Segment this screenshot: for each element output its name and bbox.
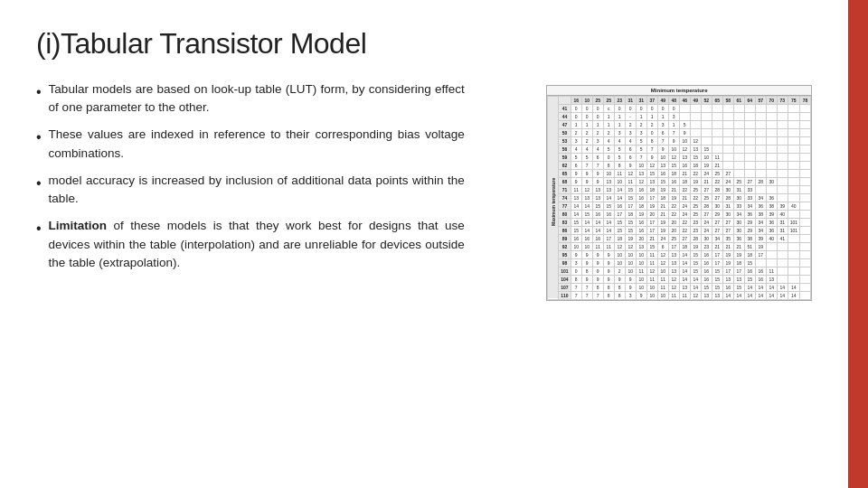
table-cell [679,112,690,120]
table-cell: 10 [625,250,636,258]
table-cell: 15 [733,283,744,291]
table-cell [766,145,777,153]
table-cell [744,120,755,128]
table-cell [800,242,811,250]
table-cell: 3 [625,291,636,299]
table-cell: 18 [733,258,744,267]
table-cell [777,145,788,153]
table-cell: 9 [679,128,690,136]
table-cell: 24 [701,169,712,177]
table-cell: 4 [614,136,625,145]
table-cell: 12 [625,242,636,250]
table-cell: 22 [668,210,679,218]
table-cell: 12 [614,242,625,250]
table-cell [777,250,788,258]
table-cell [800,153,811,161]
table-cell [788,210,799,218]
table-cell: 21 [733,242,744,250]
table-cell: 3 [668,112,679,120]
row-header: 59 [559,153,571,161]
table-cell: 10 [571,242,581,250]
table-cell: 0 [668,104,679,112]
table-cell [800,169,811,177]
table-cell: 29 [744,226,755,234]
table-cell: 5 [614,145,625,153]
table-cell: 2 [581,128,592,136]
col-header: 46 [679,96,690,104]
table-row: 4400011-1113 [548,112,811,120]
table-cell: 5 [603,145,614,153]
col-header: 25 [592,96,603,104]
table-cell: 10 [636,258,646,267]
table-cell: 15 [657,177,668,185]
table-row: Maximum temperature41000c000000 [548,104,811,112]
table-cell: 1 [603,112,614,120]
table-cell: 9 [592,250,603,258]
bullet-dot: • [36,173,42,194]
table-cell [701,120,712,128]
table-cell [788,145,799,153]
table-cell [766,153,777,161]
table-cell: 11 [625,177,636,185]
table-row: 4711111222315 [548,120,811,128]
table-cell: 15 [701,283,712,291]
table-cell: 0 [592,112,603,120]
table-cell: 28 [755,177,766,185]
col-header: 10 [581,96,592,104]
table-cell: 9 [581,169,592,177]
col-header: 65 [712,96,722,104]
table-cell [777,275,788,283]
table-cell: 14 [581,226,592,234]
table-cell: 11 [571,185,581,193]
table-cell: 25 [668,234,679,242]
table-cell: 11 [679,291,690,299]
table-cell: 31 [777,226,788,234]
table-cell: 15 [646,242,657,250]
table-cell: 14 [679,258,690,267]
table-cell: 39 [766,210,777,218]
table-cell [800,275,811,283]
table-cell: 0 [636,104,646,112]
table-cell: 9 [646,153,657,161]
table-cell: 14 [777,291,788,299]
table-cell: 16 [614,202,625,210]
table-cell: 9 [603,267,614,275]
table-cell: 2 [625,120,636,128]
table-cell: 24 [722,177,733,185]
table-cell [800,267,811,275]
table-cell: 19 [636,210,646,218]
row-header: 53 [559,136,571,145]
table-cell: 39 [755,234,766,242]
table-cell: 10 [614,250,625,258]
table-cell: 13 [679,283,690,291]
table-cell: 14 [603,218,614,226]
table-cell: 21 [679,193,690,202]
table-cell: 51 [744,242,755,250]
table-cell: 17 [712,258,722,267]
table-cell: 13 [581,193,592,202]
bullet-text: model accuracy is increased by inclusion… [49,172,465,209]
table-cell [755,104,766,112]
table-cell: 1 [592,120,603,128]
table-cell: 15 [668,161,679,169]
table-cell: 36 [755,202,766,210]
table-cell: 13 [571,193,581,202]
table-cell: 21 [701,177,712,185]
table-row: 107778889101011121314151516151414141414 [548,283,811,291]
table-cell: 14 [603,226,614,234]
table-cell: 30 [733,226,744,234]
bullet-text: These values are indexed in reference to… [49,126,465,163]
table-cell [755,153,766,161]
table-container: Minimum temperature 16 10 25 25 23 31 3 [481,80,812,470]
table-row: 65999101112131516182122242527 [548,169,811,177]
table-cell: 15 [712,275,722,283]
table-cell: 14 [744,291,755,299]
table-cell: 30 [701,234,712,242]
right-accent-bar [848,0,868,488]
table-cell: 25 [690,202,701,210]
table-cell: 5 [636,145,646,153]
table-cell: 14 [766,283,777,291]
table-cell: 9 [603,275,614,283]
table-cell: 10 [614,177,625,185]
table-cell: 11 [636,267,646,275]
